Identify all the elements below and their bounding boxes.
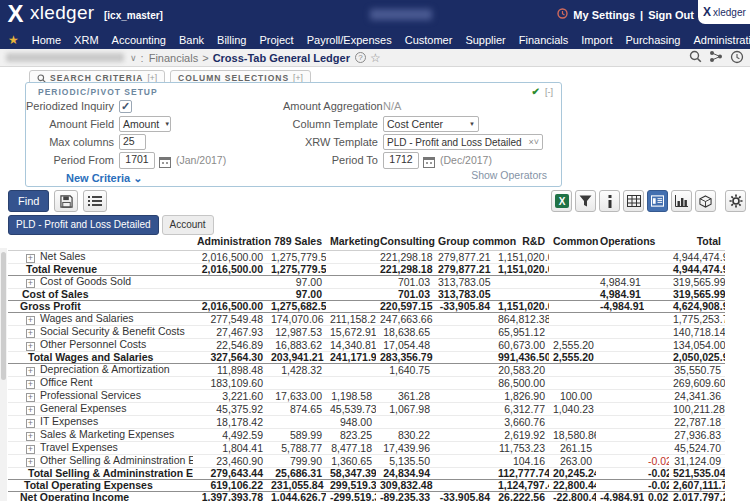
amount-field-select[interactable]: Amount ▼	[119, 116, 171, 132]
cell-value: 6,312.77	[494, 403, 549, 416]
column-header[interactable]: Common	[549, 233, 596, 251]
menu-item-customer[interactable]: Customer	[405, 34, 453, 46]
list-icon	[88, 195, 102, 207]
column-header[interactable]: Group common	[434, 233, 494, 251]
menu-item-financials[interactable]: Financials	[519, 34, 569, 46]
clock-icon[interactable]	[730, 50, 744, 66]
collapse-button[interactable]: [-]	[545, 87, 553, 97]
svg-text:X: X	[558, 196, 565, 207]
filter-button[interactable]	[575, 190, 596, 212]
menu-item-purchasing[interactable]: Purchasing	[625, 34, 680, 46]
expand-icon[interactable]: +	[26, 458, 35, 467]
chart-view-button[interactable]	[671, 190, 692, 212]
expand-icon[interactable]: +	[26, 329, 35, 338]
favorite-toggle-icon[interactable]: ☆	[370, 51, 381, 65]
row-label: Gross Profit	[20, 301, 81, 313]
cell-value: 1,151,020.00	[494, 301, 549, 313]
export-excel-button[interactable]: X	[551, 190, 572, 212]
xledger-logo-icon[interactable]: X	[5, 4, 26, 25]
column-header[interactable]: Total	[669, 233, 725, 251]
xrw-template-label: XRW Template	[283, 136, 383, 148]
period-to-input[interactable]: 1712	[383, 152, 419, 169]
vertical-scrollbar[interactable]	[0, 248, 7, 501]
expand-icon[interactable]: +	[26, 279, 35, 288]
settings-button[interactable]	[725, 190, 746, 212]
cell-value	[644, 313, 669, 326]
calendar-icon[interactable]	[159, 154, 171, 166]
column-header[interactable]: Consulting	[376, 233, 434, 251]
expand-icon[interactable]: +	[26, 406, 35, 415]
row-label: Depreciation & Amortization	[40, 364, 170, 376]
table-row: +Social Security & Benefit Costs27,467.9…	[8, 326, 725, 339]
expand-icon[interactable]: +	[26, 380, 35, 389]
cell-value: 1,360.65	[326, 455, 376, 468]
xledger-badge: X xledger	[698, 0, 750, 24]
cube-view-button[interactable]	[695, 190, 716, 212]
cell-value: 4,984.91	[596, 289, 644, 301]
menu-item-administration[interactable]: Administration	[694, 34, 750, 46]
cell-value: 269,609.60	[669, 377, 725, 390]
table-view-button[interactable]	[623, 190, 644, 212]
favorites-star-icon[interactable]: ★	[8, 34, 19, 46]
menu-item-supplier[interactable]: Supplier	[465, 34, 505, 46]
menu-item-payroll-expenses[interactable]: Payroll/Expenses	[307, 34, 392, 46]
save-button[interactable]	[54, 190, 78, 212]
my-settings-link[interactable]: My Settings	[573, 9, 635, 21]
view-tabs: PLD - Profit and Loss DetailedAccount	[8, 215, 214, 235]
cell-value: 221,298.18	[376, 251, 434, 264]
column-header[interactable]: Operations	[596, 233, 644, 251]
cell-value	[434, 339, 494, 352]
row-label: Total Wages and Salaries	[28, 352, 153, 364]
column-header[interactable]: Marketing	[326, 233, 376, 251]
cell-value	[267, 416, 326, 429]
info-button[interactable]	[599, 190, 620, 212]
menu-item-bank[interactable]: Bank	[179, 34, 204, 46]
find-button[interactable]: Find	[8, 190, 49, 212]
brand-name[interactable]: xledger	[30, 2, 94, 24]
menu-item-project[interactable]: Project	[259, 34, 293, 46]
expand-icon[interactable]: +	[26, 342, 35, 351]
column-template-select[interactable]: Cost Center ▼	[383, 116, 479, 132]
scrollbar-thumb[interactable]	[1, 252, 6, 380]
pivot-view-button[interactable]	[647, 190, 668, 212]
cell-value: 100,211.28	[669, 403, 725, 416]
row-label: Cost of Sales	[22, 289, 89, 301]
menu-item-import[interactable]: Import	[581, 34, 612, 46]
help-icon[interactable]: ?	[355, 52, 366, 63]
cell-value: 45,539.73	[326, 403, 376, 416]
expand-icon[interactable]: +	[26, 445, 35, 454]
chevron-down-icon[interactable]: ∨	[130, 53, 137, 63]
column-header[interactable]: Administration 789	[193, 233, 267, 251]
periodized-inquiry-checkbox[interactable]: ✓	[119, 100, 132, 113]
column-template-label: Column Template	[283, 118, 383, 130]
calendar-icon[interactable]	[423, 154, 435, 166]
history-icon[interactable]	[557, 8, 568, 21]
expand-icon[interactable]: +	[26, 316, 35, 325]
show-operators-link[interactable]: Show Operators	[471, 169, 547, 181]
saved-queries-button[interactable]	[83, 190, 107, 212]
chevron-down-icon[interactable]: ˅	[534, 137, 539, 147]
top-bar: X xledger [icx_master] My Settings | Sig…	[0, 0, 750, 49]
cell-value: 1,397,393.78	[193, 492, 267, 501]
expand-icon[interactable]: +	[26, 419, 35, 428]
max-columns-input[interactable]: 25	[119, 134, 146, 150]
menu-item-billing[interactable]: Billing	[217, 34, 246, 46]
expand-icon[interactable]: +	[26, 432, 35, 441]
sign-out-link[interactable]: Sign Out	[648, 9, 694, 21]
breadcrumb-path[interactable]: Financials	[149, 52, 199, 64]
xrw-template-select[interactable]: PLD - Profit and Loss Detailed ×˅	[383, 134, 543, 150]
view-tab-account[interactable]: Account	[162, 215, 214, 235]
menu-item-home[interactable]: Home	[32, 34, 61, 46]
menu-item-accounting[interactable]: Accounting	[112, 34, 166, 46]
expand-icon[interactable]: +	[26, 393, 35, 402]
period-from-input[interactable]: 1701	[119, 152, 155, 169]
cell-value	[549, 251, 596, 264]
new-criteria-link[interactable]: New Criteria ⌄	[66, 172, 142, 185]
cell-value: -33,905.84	[434, 301, 494, 313]
expand-icon[interactable]: +	[26, 254, 35, 263]
view-tab-pld-profit-and-loss-detailed[interactable]: PLD - Profit and Loss Detailed	[8, 215, 159, 235]
expand-icon[interactable]: +	[26, 367, 35, 376]
share-icon[interactable]	[709, 50, 723, 65]
search-icon[interactable]	[689, 50, 702, 65]
menu-item-xrm[interactable]: XRM	[74, 34, 98, 46]
